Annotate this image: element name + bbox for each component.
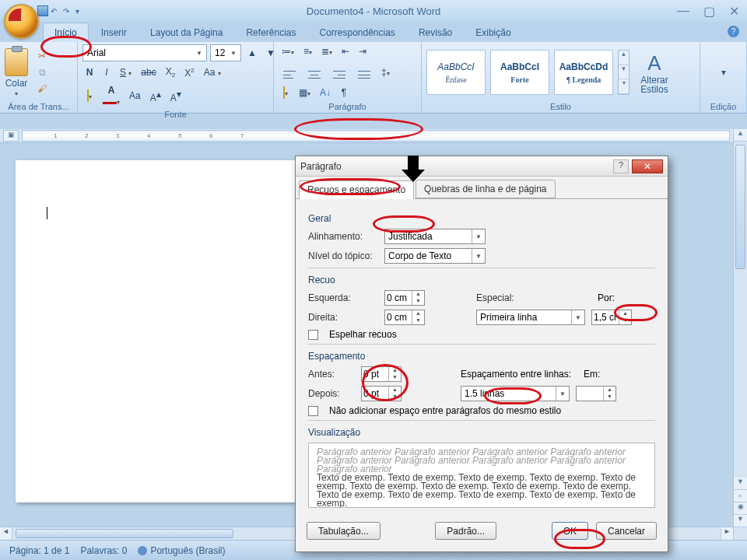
sort-button[interactable]: A↓	[317, 86, 334, 100]
status-page[interactable]: Página: 1 de 1	[9, 545, 69, 556]
subscript-button[interactable]: X2	[163, 65, 178, 80]
scrollbar-thumb[interactable]	[735, 145, 745, 269]
status-language[interactable]: Português (Brasil)	[138, 545, 225, 556]
annotation-arrow	[402, 156, 425, 182]
change-styles-button[interactable]: AAlterar Estilos	[634, 51, 675, 94]
grow-font-icon[interactable]: ▲	[244, 46, 260, 60]
style-gallery-scroll[interactable]: ▲▼▾	[618, 50, 630, 95]
editing-dropdown[interactable]: ▾	[721, 67, 726, 78]
tab-layout[interactable]: Layout da Página	[139, 23, 233, 42]
justify-button[interactable]	[353, 61, 375, 82]
prev-page-icon[interactable]: ◦	[734, 490, 747, 502]
numbering-button[interactable]: ≡▾	[300, 44, 315, 58]
vertical-scrollbar[interactable]: ▲ ▼ ◦ ◉ ▼	[733, 129, 747, 540]
dialog-close-button[interactable]: ✕	[632, 159, 663, 173]
align-left-button[interactable]	[279, 61, 300, 82]
align-right-button[interactable]	[328, 61, 350, 82]
antes-spinner[interactable]: ▲▼	[361, 366, 402, 382]
strikethrough-button[interactable]: abc	[138, 65, 159, 79]
style-forte[interactable]: AaBbCcIForte	[490, 50, 549, 95]
scroll-down-icon[interactable]: ▼	[734, 478, 747, 490]
em-spinner[interactable]: ▲▼	[576, 386, 616, 401]
entre-linhas-combo[interactable]: 1.5 linhas▼	[461, 386, 570, 401]
copy-icon[interactable]: ⧉	[34, 65, 50, 79]
especial-label: Especial:	[476, 292, 523, 303]
align-center-button[interactable]	[303, 61, 325, 82]
grow-button[interactable]: A▴	[147, 87, 164, 105]
esquerda-spinner[interactable]: ▲▼	[384, 290, 425, 306]
bullets-button[interactable]: ≔▾	[279, 44, 297, 58]
por-label: Por:	[598, 292, 615, 303]
direita-spinner[interactable]: ▲▼	[384, 310, 425, 325]
style-enfase[interactable]: AaBbCcIÊnfase	[426, 50, 486, 95]
nao-adicionar-checkbox[interactable]	[308, 406, 318, 416]
decrease-indent-button[interactable]: ⇤	[338, 44, 352, 58]
horizontal-ruler[interactable]: ▣ 1234567	[0, 129, 733, 143]
por-spinner[interactable]: ▲▼	[591, 310, 632, 325]
multilevel-button[interactable]: ≣▾	[318, 44, 335, 58]
document-title: Documento4 - Microsoft Word	[0, 5, 747, 17]
depois-label: Depois:	[308, 388, 355, 399]
browse-object-icon[interactable]: ◉	[734, 502, 747, 515]
office-button[interactable]	[4, 4, 39, 39]
paste-button[interactable]: Colar ▾	[5, 48, 28, 97]
tab-exibicao[interactable]: Exibição	[465, 23, 521, 42]
tab-inserir[interactable]: Inserir	[90, 23, 138, 42]
next-page-icon[interactable]: ▼	[734, 515, 747, 527]
scroll-up-icon[interactable]: ▲	[734, 129, 747, 142]
tab-correspondencias[interactable]: Correspondências	[308, 23, 405, 42]
change-case-button[interactable]: Aa ▾	[201, 65, 224, 79]
font-color-button[interactable]: A▾	[100, 83, 123, 108]
text-cursor	[47, 207, 47, 219]
style-name: ¶ Legenda	[566, 75, 601, 84]
shading-button[interactable]: ▾	[279, 86, 293, 100]
ruler-corner[interactable]: ▣	[3, 130, 19, 142]
section-recuo: Recuo	[308, 275, 655, 285]
tab-recuos-espacamento[interactable]: Recuos e espaçamento	[299, 180, 414, 199]
tabulacao-button[interactable]: Tabulação...	[307, 522, 381, 540]
tab-revisao[interactable]: Revisão	[408, 23, 463, 42]
section-visualizacao: Visualização	[308, 427, 655, 438]
depois-spinner[interactable]: ▲▼	[361, 386, 402, 401]
nivel-combo[interactable]: Corpo de Texto▼	[384, 248, 486, 264]
ok-button[interactable]: OK	[552, 522, 588, 540]
close-button[interactable]: ✕	[724, 4, 744, 19]
tab-quebras[interactable]: Quebras de linha e de página	[416, 180, 555, 198]
clear-format-button[interactable]: Aa	[126, 89, 144, 103]
espelhar-checkbox[interactable]	[308, 330, 318, 340]
paste-label: Colar	[5, 78, 28, 89]
paragraph-group-label: Parágrafo	[279, 100, 416, 111]
font-size-combo[interactable]: 12▼	[210, 44, 241, 61]
alinhamento-combo[interactable]: Justificada▼	[384, 229, 486, 244]
cancelar-button[interactable]: Cancelar	[596, 522, 657, 540]
tab-referencias[interactable]: Referências	[235, 23, 307, 42]
font-group-label: Fonte	[82, 108, 268, 119]
underline-button[interactable]: S ▾	[117, 65, 135, 79]
especial-combo[interactable]: Primeira linha▼	[476, 310, 585, 325]
italic-button[interactable]: I	[100, 65, 114, 79]
cut-icon[interactable]: ✂	[34, 49, 50, 63]
maximize-button[interactable]: ▢	[699, 4, 720, 19]
nivel-label: Nível do tópico:	[308, 250, 378, 261]
line-spacing-button[interactable]: ‡▾	[378, 65, 393, 79]
shrink-button[interactable]: A▾	[167, 87, 184, 105]
dialog-title-bar[interactable]: Parágrafo ? ✕	[296, 156, 668, 177]
font-name-combo[interactable]: Arial▼	[82, 44, 207, 61]
status-words[interactable]: Palavras: 0	[80, 545, 127, 556]
tab-inicio[interactable]: Início	[43, 23, 89, 42]
style-legenda[interactable]: AaBbCcDd¶ Legenda	[554, 50, 613, 95]
document-page[interactable]	[16, 160, 296, 502]
dialog-help-icon[interactable]: ?	[613, 159, 629, 173]
highlight-button[interactable]: ▾	[82, 89, 96, 103]
borders-button[interactable]: ▦▾	[296, 86, 314, 100]
increase-indent-button[interactable]: ⇥	[356, 44, 370, 58]
padrao-button[interactable]: Padrão...	[435, 522, 496, 540]
bold-button[interactable]: N	[82, 65, 96, 79]
show-marks-button[interactable]: ¶	[337, 86, 351, 100]
help-icon[interactable]: ?	[728, 26, 739, 37]
format-painter-icon[interactable]: 🖌	[34, 82, 50, 96]
superscript-button[interactable]: X2	[181, 65, 197, 80]
dialog-tabs: Recuos e espaçamento Quebras de linha e …	[296, 177, 668, 199]
font-name-value: Arial	[87, 47, 106, 58]
minimize-button[interactable]: —	[672, 4, 694, 19]
